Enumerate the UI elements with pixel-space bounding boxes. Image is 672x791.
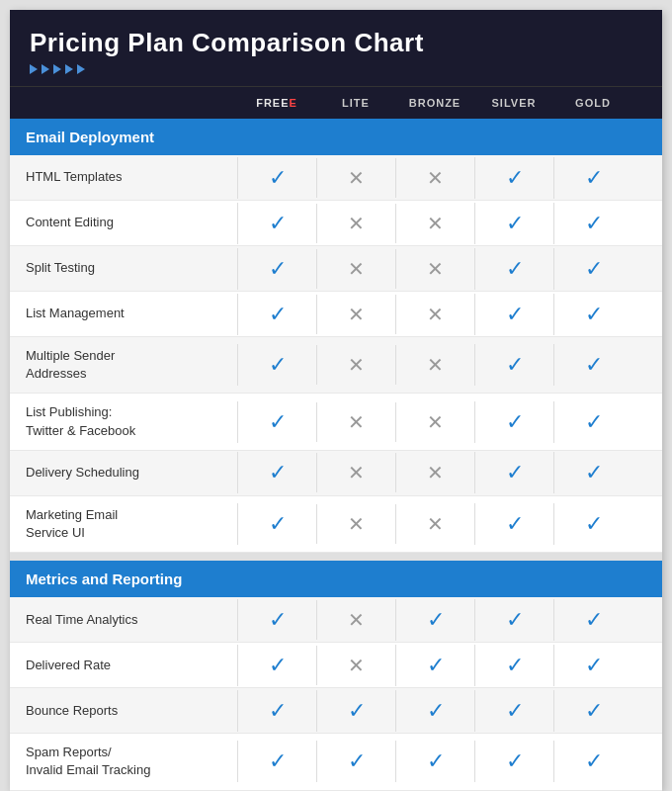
feature-name: HTML Templates xyxy=(10,158,237,196)
feature-name: List Management xyxy=(10,295,237,332)
col-header-silver: SILVER xyxy=(474,87,553,119)
feature-cell: ✓ xyxy=(237,294,316,335)
feature-cell: ✓ xyxy=(237,690,316,732)
table-row: List Management ✓ ✕ ✕ ✓ ✓ xyxy=(10,292,662,337)
feature-cell: ✓ xyxy=(237,157,316,199)
arrow-icon-2 xyxy=(42,64,49,74)
feature-cell: ✕ xyxy=(395,158,474,198)
col-header-feature xyxy=(10,87,237,119)
feature-cell: ✓ xyxy=(474,401,553,443)
feature-cell: ✓ xyxy=(553,294,632,335)
feature-cell: ✓ xyxy=(237,645,316,686)
feature-cell: ✓ xyxy=(553,503,632,545)
feature-cell: ✓ xyxy=(395,645,474,686)
feature-name: Multiple SenderAddresses xyxy=(10,337,237,393)
feature-cell: ✕ xyxy=(395,345,474,385)
col-header-gold: GOLD xyxy=(553,87,632,119)
col-header-bronze: BRONZE xyxy=(395,87,474,119)
table-row: Delivered Rate ✓ ✕ ✓ ✓ ✓ xyxy=(10,643,662,688)
table-row: List Publishing:Twitter & Facebook ✓ ✕ ✕… xyxy=(10,394,662,450)
feature-cell: ✕ xyxy=(395,402,474,442)
feature-cell: ✕ xyxy=(395,249,474,289)
feature-cell: ✓ xyxy=(553,599,632,641)
table-row: Content Editing ✓ ✕ ✕ ✓ ✓ xyxy=(10,201,662,246)
feature-cell: ✓ xyxy=(395,599,474,641)
feature-name: Bounce Reports xyxy=(10,692,237,730)
feature-cell: ✕ xyxy=(395,295,474,334)
section-metrics-features: Real Time Analytics ✓ ✕ ✓ ✓ ✓ Delivered … xyxy=(10,597,662,790)
feature-cell: ✓ xyxy=(553,401,632,443)
table-row: Split Testing ✓ ✕ ✕ ✓ ✓ xyxy=(10,246,662,292)
feature-cell: ✓ xyxy=(237,599,316,641)
feature-name: List Publishing:Twitter & Facebook xyxy=(10,394,237,449)
feature-name: Split Testing xyxy=(10,249,237,287)
feature-cell: ✕ xyxy=(316,295,395,334)
feature-cell: ✕ xyxy=(316,402,395,442)
feature-cell: ✕ xyxy=(316,504,395,544)
feature-cell: ✓ xyxy=(316,690,395,732)
table-row: Spam Reports/Invalid Email Tracking ✓ ✓ … xyxy=(10,734,662,790)
arrow-icon-5 xyxy=(77,64,85,74)
feature-cell: ✓ xyxy=(316,741,395,782)
section-spacer xyxy=(10,553,662,561)
feature-cell: ✓ xyxy=(553,741,632,782)
feature-cell: ✕ xyxy=(316,600,395,640)
section-email-features: HTML Templates ✓ ✕ ✕ ✓ ✓ Content Editing… xyxy=(10,155,662,553)
feature-cell: ✓ xyxy=(237,401,316,443)
table-row: Real Time Analytics ✓ ✕ ✓ ✓ ✓ xyxy=(10,597,662,643)
arrow-icon-1 xyxy=(30,64,38,74)
table-row: HTML Templates ✓ ✕ ✕ ✓ ✓ xyxy=(10,155,662,201)
feature-name: Spam Reports/Invalid Email Tracking xyxy=(10,734,237,789)
feature-cell: ✓ xyxy=(553,690,632,732)
col-header-free: FREEE xyxy=(237,87,316,119)
feature-cell: ✓ xyxy=(474,203,553,244)
feature-cell: ✓ xyxy=(474,645,553,686)
feature-name: Marketing EmailService UI xyxy=(10,496,237,552)
feature-cell: ✕ xyxy=(395,453,474,492)
feature-cell: ✓ xyxy=(553,248,632,290)
table-row: Bounce Reports ✓ ✓ ✓ ✓ ✓ xyxy=(10,688,662,734)
feature-cell: ✓ xyxy=(474,503,553,545)
feature-cell: ✓ xyxy=(237,248,316,290)
feature-name: Real Time Analytics xyxy=(10,601,237,639)
feature-cell: ✕ xyxy=(316,646,395,685)
feature-name: Delivery Scheduling xyxy=(10,454,237,491)
feature-cell: ✓ xyxy=(237,203,316,244)
feature-name: Delivered Rate xyxy=(10,647,237,684)
feature-cell: ✓ xyxy=(237,344,316,386)
feature-cell: ✕ xyxy=(316,345,395,385)
feature-cell: ✓ xyxy=(553,645,632,686)
feature-cell: ✕ xyxy=(316,453,395,492)
navigation-arrows xyxy=(30,64,642,74)
arrow-icon-3 xyxy=(53,64,61,74)
feature-cell: ✕ xyxy=(316,158,395,198)
column-headers: FREEE LITE BRONZE SILVER GOLD xyxy=(10,86,662,119)
feature-cell: ✓ xyxy=(237,503,316,545)
feature-cell: ✓ xyxy=(553,157,632,199)
feature-name: Content Editing xyxy=(10,204,237,241)
col-header-lite: LITE xyxy=(316,87,395,119)
feature-cell: ✕ xyxy=(316,204,395,243)
table-row: Multiple SenderAddresses ✓ ✕ ✕ ✓ ✓ xyxy=(10,337,662,394)
chart-header: Pricing Plan Comparison Chart xyxy=(10,10,662,86)
feature-cell: ✓ xyxy=(474,741,553,782)
feature-cell: ✓ xyxy=(395,741,474,782)
table-row: Delivery Scheduling ✓ ✕ ✕ ✓ ✓ xyxy=(10,451,662,496)
pricing-chart-card: Pricing Plan Comparison Chart FREEE LITE… xyxy=(10,10,662,791)
feature-cell: ✓ xyxy=(474,344,553,386)
feature-cell: ✕ xyxy=(316,249,395,289)
feature-cell: ✓ xyxy=(474,452,553,493)
section-email-deployment: Email Deployment xyxy=(10,119,662,155)
feature-cell: ✓ xyxy=(395,690,474,732)
feature-cell: ✕ xyxy=(395,504,474,544)
table-row: Marketing EmailService UI ✓ ✕ ✕ ✓ ✓ xyxy=(10,496,662,553)
feature-cell: ✓ xyxy=(474,294,553,335)
feature-cell: ✓ xyxy=(474,690,553,732)
feature-cell: ✕ xyxy=(395,204,474,243)
feature-cell: ✓ xyxy=(474,248,553,290)
feature-cell: ✓ xyxy=(553,344,632,386)
feature-cell: ✓ xyxy=(474,157,553,199)
feature-cell: ✓ xyxy=(553,452,632,493)
feature-cell: ✓ xyxy=(237,741,316,782)
feature-cell: ✓ xyxy=(474,599,553,641)
